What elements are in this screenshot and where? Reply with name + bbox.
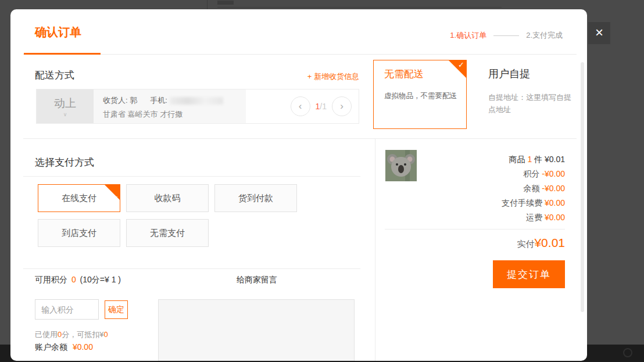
next-address-button[interactable]: › [332,96,352,116]
summary-row-item: 商品 1 件 ¥0.01 [385,152,565,167]
payment-method-label: 收款码 [155,193,181,203]
payment-heading: 选择支付方式 [35,156,94,169]
points-available-row: 可用积分 0 (10分=¥ 1 ) [35,275,121,285]
option-title: 用户自提 [488,67,580,81]
step-divider [493,35,519,36]
row-label: 余额 [523,184,539,193]
option-desc: 自提地址：这里填写自提点地址 [488,91,577,116]
account-balance-row: 账户余额 ¥0.00 [35,342,93,353]
prev-address-button[interactable]: ‹ [291,96,310,116]
delivery-option-self-pickup[interactable]: 用户自提 自提地址：这里填写自提点地址 [478,60,580,129]
row-value: -¥0.00 [542,184,565,193]
check-icon: ✓ [458,60,464,69]
points-deduct-label: 分，可抵扣¥ [62,330,103,339]
row-value: -¥0.00 [542,169,565,178]
address-region: 甘肃省 嘉峪关市 才行撒 [103,109,246,120]
payment-divider [23,176,360,177]
payment-method-cod[interactable]: 货到付款 [214,184,297,212]
header-accent-underline [24,53,101,55]
summary-row-points: 积分 -¥0.00 [385,167,565,181]
address-info: 收货人: 郭 手机: 甘肃省 嘉峪关市 才行撒 [94,89,246,123]
receiver-label: 收货人: 郭 [103,95,137,106]
paid-value: ¥0.01 [534,236,565,249]
delivery-option-no-shipping[interactable]: 无需配送 虚拟物品，不需要配送 ✓ [373,60,467,129]
close-button[interactable]: × [588,22,610,44]
submit-order-button[interactable]: 提交订单 [493,260,565,288]
address-tag: 动上 ∨ [37,89,94,123]
order-summary: 商品 1 件 ¥0.01 积分 -¥0.00 余额 -¥0.00 支付手续费 ¥… [385,152,565,225]
payment-method-label: 到店支付 [62,228,96,238]
pager-total: 1 [322,102,327,111]
account-balance-label: 账户余额 [35,342,67,352]
payment-method-label: 无需支付 [150,228,185,238]
points-used-row: 已使用0分，可抵扣¥0 [35,329,108,340]
merchant-message-label: 给商家留言 [158,275,356,285]
header-divider [23,54,577,55]
modal-scrollbar[interactable] [581,62,584,312]
summary-row-shipping: 运费 ¥0.00 [385,210,565,225]
points-deduct-value: 0 [103,330,108,339]
step-confirm-order: 1.确认订单 [450,30,486,41]
section-divider [23,138,577,139]
points-available-value: 0 [71,275,76,284]
account-balance-value: ¥0.00 [73,342,93,352]
paid-label: 实付 [517,239,534,249]
row-label: 积分 [523,169,539,178]
address-card[interactable]: 动上 ∨ 收货人: 郭 手机: 甘肃省 嘉峪关市 才行撒 ‹ 1/1 › [36,89,359,124]
chevron-left-icon: ‹ [299,101,302,112]
points-input[interactable] [35,299,99,320]
summary-row-balance: 余额 -¥0.00 [385,181,565,196]
payment-method-label: 货到付款 [238,193,273,203]
payment-method-none[interactable]: 无需支付 [126,219,209,247]
item-value: ¥0.01 [545,155,565,164]
checkout-steps: 1.确认订单 2.支付完成 [450,30,563,41]
option-desc: 虚拟物品，不需要配送 [384,91,466,101]
phone-number-redacted [170,97,223,105]
row-value: ¥0.00 [545,198,565,207]
step-payment-done: 2.支付完成 [526,30,563,41]
chevron-right-icon: › [340,101,344,112]
add-address-link[interactable]: + 新增收货信息 [36,71,359,82]
points-divider [23,268,360,269]
close-icon: × [595,24,603,40]
row-label: 运费 [526,213,542,222]
item-label: 商品 [509,155,525,164]
payment-method-instore[interactable]: 到店支付 [38,219,120,247]
order-confirm-modal: 确认订单 1.确认订单 2.支付完成 配送方式 + 新增收货信息 动上 ∨ 收货… [10,9,587,361]
address-pager: ‹ 1/1 › [246,89,359,123]
payment-method-online[interactable]: 在线支付 ✓ [38,184,120,212]
payment-method-qrcode[interactable]: 收款码 [126,184,209,212]
row-value: ¥0.00 [545,213,565,222]
merchant-message-textarea[interactable] [158,299,355,361]
item-unit: 件 [534,155,542,164]
points-rate: (10分=¥ 1 ) [80,275,121,284]
points-used-prefix: 已使用 [35,330,58,339]
summary-divider [385,229,565,230]
summary-row-fee: 支付手续费 ¥0.00 [385,196,565,210]
pager-count: 1/1 [316,102,327,111]
item-qty: 1 [527,155,532,164]
page-title: 确认订单 [35,24,81,40]
background-artifact [217,1,234,5]
points-label: 可用积分 [35,275,67,284]
total-paid-row: 实付¥0.01 [385,236,565,250]
chevron-down-icon: ∨ [63,112,67,117]
points-confirm-button[interactable]: 确定 [105,300,128,319]
phone-label: 手机: [150,95,167,106]
check-icon: ✓ [113,185,119,212]
background-divider [217,7,502,8]
address-tag-label: 动上 [54,96,76,111]
column-divider [375,138,375,361]
footer-logo-icon [623,348,632,357]
row-label: 支付手续费 [502,198,542,207]
payment-method-label: 在线支付 [62,193,96,203]
